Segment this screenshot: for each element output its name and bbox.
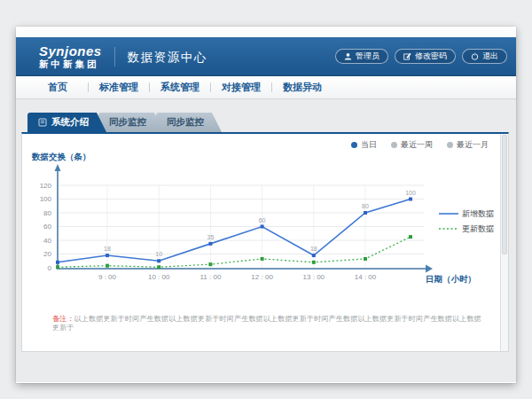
nav-item-0[interactable]: 首页 (30, 81, 85, 94)
tab-label: 同步监控 (167, 116, 204, 129)
radio-icon (391, 142, 397, 148)
svg-text:日期（小时）: 日期（小时） (426, 274, 476, 285)
tab-bar: 系统介绍同步监控同步监控 (27, 113, 214, 132)
time-filter-option-2[interactable]: 最近一月 (447, 139, 489, 151)
svg-text:13 : 00: 13 : 00 (303, 273, 325, 281)
nav-divider (210, 82, 211, 92)
svg-text:0: 0 (48, 264, 52, 272)
svg-text:更新数据: 更新数据 (462, 224, 494, 233)
nav-item-1[interactable]: 标准管理 (91, 81, 146, 94)
chart-svg: 020406080100120数据交换（条）日期（小时）9 : 0010 : 0… (25, 149, 498, 286)
time-filter-option-0[interactable]: 当日 (351, 139, 377, 151)
svg-text:14 : 00: 14 : 00 (355, 273, 377, 281)
nav-divider (149, 82, 150, 92)
time-filter-label: 当日 (361, 139, 377, 151)
logout-icon (471, 52, 479, 60)
brand-logo: Synjones 新中新集团 (39, 44, 102, 69)
page-title: 数据资源中心 (128, 50, 207, 66)
content-area: 系统介绍同步监控同步监控 当日最近一周最近一月 020406080100120数… (16, 99, 516, 382)
tab-2[interactable]: 同步监控 (156, 113, 222, 132)
tab-label: 系统介绍 (51, 116, 89, 129)
edit-icon (403, 52, 411, 60)
svg-text:35: 35 (207, 234, 215, 240)
tab-0-active[interactable]: 系统介绍 (27, 113, 106, 132)
tab-label: 同步监控 (109, 116, 146, 129)
nav-item-3[interactable]: 对接管理 (214, 81, 269, 94)
time-filter-label: 最近一周 (401, 139, 433, 151)
header-button-label: 修改密码 (415, 51, 447, 62)
scrollbar-thumb[interactable] (502, 135, 507, 254)
nav-item-2[interactable]: 系统管理 (153, 81, 207, 94)
svg-text:40: 40 (43, 237, 51, 245)
header-button-logout[interactable]: 退出 (462, 49, 507, 64)
content-panel: 当日最近一周最近一月 020406080100120数据交换（条）日期（小时）9… (21, 132, 509, 352)
footnote: 备注：以上数据更新于时间产生数据以上数据更新于时间产生数据以上数据更新于时间产生… (52, 315, 483, 332)
svg-text:10: 10 (155, 251, 162, 257)
svg-text:9 : 00: 9 : 00 (98, 273, 117, 281)
svg-text:20: 20 (43, 250, 51, 258)
svg-text:18: 18 (104, 246, 111, 252)
footnote-text: 以上数据更新于时间产生数据以上数据更新于时间产生数据以上数据更新于时间产生数据以… (52, 315, 481, 332)
header-button-admin[interactable]: 管理员 (335, 49, 388, 64)
logo-text-en: Synjones (39, 44, 102, 58)
svg-text:12 : 00: 12 : 00 (251, 273, 273, 281)
header-button-change-password[interactable]: 修改密码 (395, 49, 456, 64)
header-button-label: 退出 (482, 51, 498, 62)
time-filter: 当日最近一周最近一月 (351, 139, 489, 151)
svg-text:10 : 00: 10 : 00 (148, 273, 170, 281)
radio-selected-icon (351, 142, 357, 148)
app-window: Synjones 新中新集团 数据资源中心 管理员修改密码退出 首页标准管理系统… (16, 27, 516, 383)
svg-text:数据交换（条）: 数据交换（条） (31, 152, 91, 162)
main-nav: 首页标准管理系统管理对接管理数据异动 (16, 76, 516, 99)
nav-divider (88, 82, 89, 92)
app-header: Synjones 新中新集团 数据资源中心 管理员修改密码退出 (16, 37, 516, 76)
svg-text:120: 120 (40, 182, 52, 190)
tab-1[interactable]: 同步监控 (98, 113, 164, 132)
time-filter-option-1[interactable]: 最近一周 (391, 139, 433, 151)
radio-icon (447, 142, 453, 148)
doc-icon (38, 118, 47, 127)
footnote-label: 备注： (52, 315, 74, 323)
nav-divider (271, 82, 272, 92)
svg-text:新增数据: 新增数据 (462, 209, 494, 218)
header-divider (114, 47, 115, 66)
svg-text:100: 100 (40, 195, 52, 203)
logo-text-cn: 新中新集团 (39, 59, 102, 69)
window-top-strip (16, 27, 516, 37)
time-filter-label: 最近一月 (457, 139, 489, 151)
svg-text:80: 80 (362, 203, 369, 209)
panel-scrollbar[interactable] (500, 134, 508, 351)
header-actions: 管理员修改密码退出 (335, 49, 507, 64)
header-button-label: 管理员 (356, 51, 379, 62)
svg-text:18: 18 (310, 246, 317, 252)
svg-text:60: 60 (259, 217, 266, 223)
svg-text:11 : 00: 11 : 00 (200, 273, 221, 281)
user-icon (344, 52, 352, 60)
svg-text:60: 60 (43, 223, 51, 231)
svg-text:80: 80 (43, 209, 51, 217)
nav-item-4[interactable]: 数据异动 (275, 81, 330, 94)
svg-text:100: 100 (405, 190, 416, 196)
